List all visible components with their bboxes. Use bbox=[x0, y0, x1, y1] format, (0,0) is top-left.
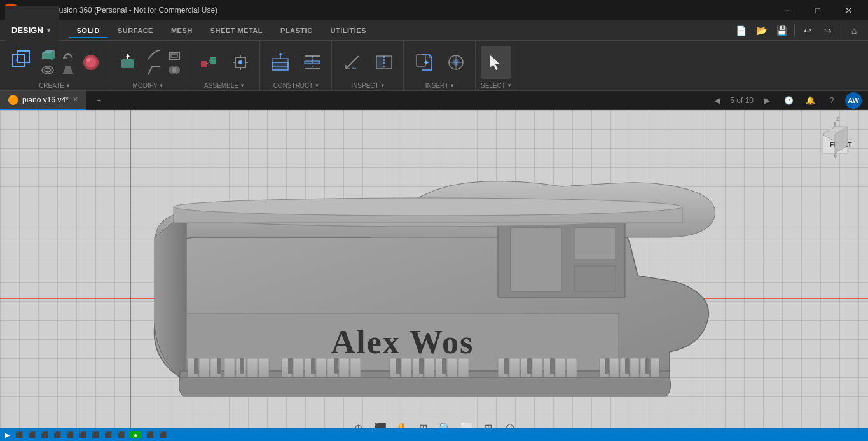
inspect-group-label[interactable]: INSPECT ▼ bbox=[351, 81, 385, 89]
svg-point-27 bbox=[238, 60, 242, 64]
tool-joint[interactable] bbox=[193, 46, 224, 79]
modify-group-label[interactable]: MODIFY ▼ bbox=[133, 81, 164, 89]
qa-redo[interactable]: ↪ bbox=[819, 22, 837, 39]
tab-plastic[interactable]: PLASTIC bbox=[273, 24, 320, 38]
tool-measure[interactable]: ↔ bbox=[337, 46, 368, 79]
user-avatar[interactable]: AW bbox=[845, 92, 862, 109]
svg-rect-15 bbox=[169, 52, 179, 59]
svg-rect-16 bbox=[171, 54, 177, 57]
tool-decal[interactable] bbox=[441, 46, 471, 79]
tool-midplane[interactable] bbox=[297, 46, 327, 79]
svg-point-12 bbox=[86, 58, 90, 62]
svg-rect-76 bbox=[311, 358, 315, 374]
tool-sphere[interactable] bbox=[79, 48, 103, 77]
svg-rect-49 bbox=[511, 228, 561, 291]
tool-chamfer[interactable] bbox=[144, 63, 163, 77]
tool-new-component[interactable]: + bbox=[6, 46, 37, 79]
svg-text:+: + bbox=[15, 56, 19, 65]
tool-loft[interactable] bbox=[59, 63, 78, 77]
tool-press-pull[interactable] bbox=[113, 46, 143, 79]
svg-line-21 bbox=[207, 60, 210, 64]
qa-save[interactable]: 💾 bbox=[773, 22, 790, 39]
file-tab-close[interactable]: ✕ bbox=[72, 95, 78, 104]
qa-open[interactable]: 📂 bbox=[752, 22, 770, 39]
qa-undo[interactable]: ↩ bbox=[799, 22, 816, 39]
ribbon: + bbox=[0, 41, 868, 90]
design-dropdown-arrow: ▼ bbox=[46, 27, 52, 34]
view-cube[interactable]: Z FRONT Y bbox=[809, 115, 860, 166]
status-icon9: ⬛ bbox=[104, 431, 112, 438]
file-tab-piano[interactable]: 🟠 piano v16 v4* ✕ bbox=[0, 91, 86, 110]
tool-as-built-joint[interactable] bbox=[225, 46, 256, 79]
ribbon-tabs: SOLID SURFACE MESH SHEET METAL PLASTIC U… bbox=[64, 24, 379, 38]
qa-home[interactable]: ⌂ bbox=[845, 22, 863, 39]
help-button[interactable]: 🕐 bbox=[780, 92, 797, 109]
notification-button[interactable]: 🔔 bbox=[802, 92, 818, 109]
svg-rect-40 bbox=[417, 55, 425, 66]
svg-rect-50 bbox=[574, 228, 616, 260]
ribbon-group-construct: CONSTRUCT ▼ bbox=[261, 41, 332, 90]
status-icon3: ⬛ bbox=[28, 431, 36, 438]
tool-revolve[interactable] bbox=[38, 63, 57, 77]
close-button[interactable]: ✕ bbox=[834, 0, 863, 20]
tab-utilities[interactable]: UTILITIES bbox=[323, 24, 374, 38]
status-icon12: ⬛ bbox=[159, 431, 167, 438]
svg-marker-42 bbox=[425, 60, 429, 64]
insert-group-label[interactable]: INSERT ▼ bbox=[425, 81, 455, 89]
create-dropdown-arrow: ▼ bbox=[65, 83, 71, 88]
tool-insert-derive[interactable] bbox=[409, 46, 439, 79]
select-group-label[interactable]: SELECT ▼ bbox=[481, 81, 512, 89]
svg-marker-14 bbox=[126, 54, 130, 57]
add-tab-button[interactable]: + bbox=[92, 93, 107, 108]
tab-mesh[interactable]: MESH bbox=[163, 24, 200, 38]
qa-new[interactable]: 📄 bbox=[732, 22, 750, 39]
svg-rect-105 bbox=[625, 358, 629, 374]
tool-extrude[interactable] bbox=[38, 48, 57, 62]
svg-point-8 bbox=[45, 68, 51, 72]
status-icon5: ⬛ bbox=[53, 431, 61, 438]
tool-offset-plane[interactable] bbox=[265, 46, 296, 79]
piano-model: Alex Wos bbox=[116, 148, 752, 416]
tab-next-button[interactable]: ▶ bbox=[759, 92, 775, 109]
svg-rect-67 bbox=[240, 358, 244, 374]
tab-surface[interactable]: SURFACE bbox=[110, 24, 161, 38]
status-bar: ▶ ⬛ ⬛ ⬛ ⬛ ⬛ ⬛ ⬛ ⬛ ⬛ ● ⬛ ⬛ bbox=[0, 428, 868, 441]
ribbon-group-modify: MODIFY ▼ bbox=[109, 41, 188, 90]
insert-dropdown-arrow: ▼ bbox=[450, 83, 455, 88]
maximize-button[interactable]: □ bbox=[803, 0, 832, 20]
svg-rect-4 bbox=[42, 53, 51, 59]
ribbon-group-create: + bbox=[3, 41, 107, 90]
title-bar: A Autodesk Fusion 360 (Personal - Not fo… bbox=[0, 0, 868, 20]
select-dropdown-arrow: ▼ bbox=[507, 83, 512, 88]
construct-dropdown-arrow: ▼ bbox=[314, 83, 319, 88]
file-tab-name: piano v16 v4* bbox=[22, 95, 69, 104]
svg-rect-9 bbox=[63, 57, 67, 59]
svg-point-54 bbox=[174, 198, 682, 216]
tool-shell[interactable] bbox=[165, 48, 184, 62]
tab-solid[interactable]: SOLID bbox=[69, 24, 107, 38]
tool-section-analysis[interactable] bbox=[369, 46, 399, 79]
question-button[interactable]: ? bbox=[823, 92, 840, 109]
tool-sweep[interactable] bbox=[59, 48, 78, 62]
ribbon-group-inspect: ↔ INSPECT ▼ bbox=[333, 41, 404, 90]
svg-point-18 bbox=[172, 66, 180, 74]
ribbon-group-assemble: ASSEMBLE ▼ bbox=[189, 41, 260, 90]
tool-select[interactable] bbox=[481, 46, 511, 79]
svg-rect-13 bbox=[121, 59, 134, 68]
status-icon6: ⬛ bbox=[66, 431, 74, 438]
svg-rect-104 bbox=[605, 358, 609, 374]
construct-group-label[interactable]: CONSTRUCT ▼ bbox=[273, 81, 320, 89]
assemble-group-label[interactable]: ASSEMBLE ▼ bbox=[204, 81, 245, 89]
tab-sheet-metal[interactable]: SHEET METAL bbox=[203, 24, 270, 38]
svg-text:Y: Y bbox=[834, 154, 837, 160]
minimize-button[interactable]: ─ bbox=[773, 0, 802, 20]
tab-prev-button[interactable]: ◀ bbox=[708, 92, 725, 109]
create-group-label[interactable]: CREATE ▼ bbox=[39, 81, 71, 89]
tool-fillet[interactable] bbox=[144, 48, 163, 62]
status-highlight: ● bbox=[130, 431, 141, 438]
svg-rect-87 bbox=[442, 358, 446, 374]
status-icon8: ⬛ bbox=[92, 431, 99, 438]
viewport: Alex Wos bbox=[0, 110, 868, 441]
new-component-icon: + bbox=[11, 50, 32, 74]
tool-combine[interactable] bbox=[165, 63, 184, 77]
